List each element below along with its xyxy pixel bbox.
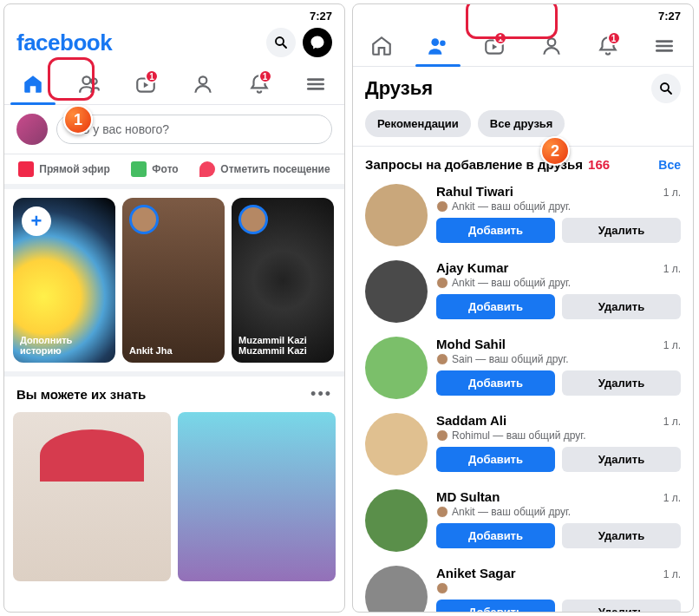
delete-button[interactable]: Удалить: [562, 600, 681, 613]
story-avatar: [238, 205, 268, 234]
menu-icon: [304, 73, 327, 95]
svg-point-3: [91, 79, 97, 85]
add-story-label: Дополнить историю: [20, 335, 108, 356]
friend-body: Saddam Ali 1 л. Rohimul — ваш общий друг…: [436, 413, 681, 475]
delete-button[interactable]: Удалить: [562, 218, 681, 243]
tab-home[interactable]: [353, 28, 409, 66]
delete-button[interactable]: Удалить: [562, 523, 681, 548]
pymk-card[interactable]: [13, 412, 171, 581]
delete-button[interactable]: Удалить: [562, 294, 681, 319]
live-button[interactable]: Прямой эфир: [18, 161, 109, 177]
tab-notifications[interactable]: 1: [579, 28, 636, 66]
tab-friends[interactable]: [61, 66, 117, 104]
mutual-text: Ankit — ваш общий друг.: [452, 200, 571, 213]
story-card[interactable]: Ankit Jha: [122, 198, 225, 363]
add-button[interactable]: Добавить: [436, 600, 555, 613]
friend-mutual: Ankit — ваш общий друг.: [436, 506, 681, 518]
tab-menu[interactable]: [637, 28, 693, 66]
user-avatar[interactable]: [16, 114, 48, 145]
friend-avatar[interactable]: [365, 413, 428, 475]
friend-name: Saddam Ali: [436, 413, 506, 428]
tab-friends[interactable]: [409, 28, 466, 66]
friend-name: Ajay Kumar: [436, 260, 508, 275]
delete-button[interactable]: Удалить: [562, 447, 681, 472]
search-button[interactable]: [266, 28, 296, 57]
delete-button[interactable]: Удалить: [562, 370, 681, 396]
photo-icon: [131, 161, 147, 177]
home-icon: [370, 35, 393, 57]
friend-name: Rahul Tiwari: [436, 184, 513, 199]
messenger-button[interactable]: [303, 28, 332, 57]
photo-label: Фото: [152, 163, 178, 175]
mutual-text: Ankit — ваш общий друг.: [452, 277, 571, 289]
see-all-link[interactable]: Все: [658, 158, 681, 172]
story-name: Ankit Jha: [129, 345, 173, 356]
mutual-avatar-icon: [436, 429, 448, 442]
header-actions: [266, 28, 332, 57]
add-story-card[interactable]: + Дополнить историю: [13, 198, 115, 363]
tab-profile[interactable]: [174, 66, 231, 104]
tab-home[interactable]: [4, 66, 61, 104]
header: facebook: [4, 24, 344, 62]
story-name: Muzammil Kazi: [238, 345, 307, 356]
tab-profile[interactable]: [523, 28, 579, 66]
add-button[interactable]: Добавить: [436, 294, 555, 319]
friend-mutual: Ankit — ваш общий друг.: [436, 200, 681, 213]
story-card[interactable]: Muzammil Kazi Muzammil Kazi: [232, 198, 334, 363]
composer-input[interactable]: Что у вас нового?: [56, 115, 332, 144]
clock: 7:27: [658, 10, 681, 23]
friend-body: Ajay Kumar 1 л. Ankit — ваш общий друг. …: [436, 260, 681, 323]
mutual-text: Ankit — ваш общий друг.: [452, 506, 571, 518]
tab-notifications[interactable]: 1: [231, 66, 287, 104]
add-button[interactable]: Добавить: [436, 447, 555, 472]
tab-menu[interactable]: [288, 66, 344, 104]
tabs: 1 1: [353, 24, 693, 67]
pymk-row[interactable]: [4, 407, 344, 590]
phone-right: 7:27 1 1 Друзья Рекомендации Все друз: [352, 3, 694, 613]
svg-point-9: [431, 38, 439, 46]
add-button[interactable]: Добавить: [436, 523, 555, 548]
checkin-button[interactable]: Отметить посещение: [199, 161, 330, 177]
friend-item[interactable]: Rahul Tiwari 1 л. Ankit — ваш общий друг…: [353, 179, 693, 255]
friend-avatar[interactable]: [365, 260, 428, 323]
add-button[interactable]: Добавить: [436, 370, 555, 396]
requests-count: 166: [588, 157, 610, 172]
friend-item[interactable]: Saddam Ali 1 л. Rohimul — ваш общий друг…: [353, 408, 693, 484]
friends-header: Друзья: [353, 67, 693, 107]
friend-name: Aniket Sagar: [436, 566, 516, 580]
tab-watch[interactable]: 1: [118, 66, 174, 104]
friend-avatar[interactable]: [365, 184, 428, 246]
clock: 7:27: [310, 10, 332, 23]
watch-badge: 1: [493, 31, 507, 45]
tab-watch[interactable]: 1: [467, 28, 523, 66]
friend-name: MD Sultan: [436, 489, 500, 504]
messenger-icon: [310, 35, 325, 50]
chip-all-friends[interactable]: Все друзья: [478, 110, 565, 137]
requests-header: Запросы на добавление в друзья 166 Все: [353, 147, 693, 179]
tabs: 1 1: [4, 62, 344, 105]
step-badge-2: 2: [540, 136, 570, 166]
friend-item[interactable]: Aniket Sagar 1 л. Добавить Удалить: [353, 560, 693, 613]
svg-point-5: [199, 76, 206, 84]
friend-avatar[interactable]: [365, 489, 428, 552]
status-bar: 7:27: [4, 4, 344, 24]
friend-item[interactable]: MD Sultan 1 л. Ankit — ваш общий друг. Д…: [353, 484, 693, 560]
friend-item[interactable]: Mohd Sahil 1 л. Sain — ваш общий друг. Д…: [353, 331, 693, 408]
chip-recommendations[interactable]: Рекомендации: [365, 110, 471, 137]
photo-button[interactable]: Фото: [131, 161, 178, 177]
more-icon[interactable]: •••: [310, 385, 332, 403]
pymk-card[interactable]: [178, 412, 336, 581]
stories-row[interactable]: + Дополнить историю Ankit Jha Muzammil K…: [4, 189, 344, 377]
mutual-text: Rohimul — ваш общий друг.: [452, 429, 586, 442]
friend-avatar[interactable]: [365, 337, 428, 399]
svg-line-17: [668, 90, 671, 94]
friend-avatar[interactable]: [365, 566, 428, 613]
mutual-text: Sain — ваш общий друг.: [452, 353, 569, 365]
search-button[interactable]: [651, 74, 681, 103]
mutual-avatar-icon: [436, 506, 448, 518]
svg-line-1: [283, 44, 286, 48]
facebook-logo: facebook: [16, 29, 112, 56]
add-button[interactable]: Добавить: [436, 218, 555, 243]
friend-item[interactable]: Ajay Kumar 1 л. Ankit — ваш общий друг. …: [353, 255, 693, 331]
friend-list[interactable]: Rahul Tiwari 1 л. Ankit — ваш общий друг…: [353, 179, 693, 613]
